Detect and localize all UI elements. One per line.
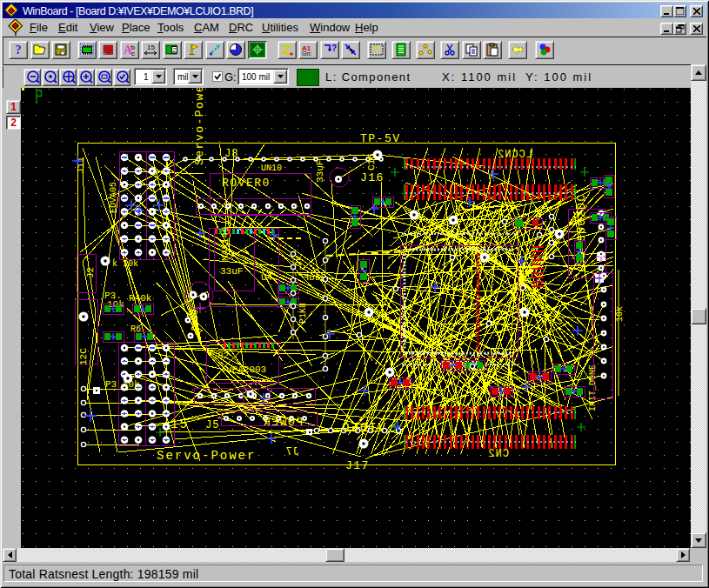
- svg-text:33uF: 33uF: [220, 266, 243, 277]
- svg-text:UN10: UN10: [261, 164, 282, 173]
- svg-text:c: c: [131, 50, 135, 57]
- svg-text:10k: 10k: [615, 306, 625, 322]
- svg-text:CN2: CN2: [487, 448, 509, 460]
- svg-text:15: 15: [147, 43, 155, 51]
- svg-text:?: ?: [331, 43, 337, 53]
- svg-text:J2: J2: [85, 267, 96, 278]
- svg-text:P3 10k: P3 10k: [105, 379, 140, 390]
- svg-text:P1K8: P1K8: [298, 303, 308, 324]
- svg-text:MAX149: MAX149: [220, 226, 231, 261]
- svg-text:J16: J16: [360, 171, 385, 184]
- svg-text:ROVER0: ROVER0: [222, 177, 271, 190]
- svg-text:U4: U4: [261, 272, 273, 283]
- svg-text:U5: U5: [444, 334, 456, 348]
- svg-text:Servo-Power: Servo-Power: [193, 88, 206, 165]
- svg-text:Gn:: Gn:: [302, 50, 311, 57]
- svg-text:Servo-Power: Servo-Power: [157, 449, 256, 463]
- svg-text:J5: J5: [205, 419, 219, 431]
- svg-text:R2: R2: [217, 351, 229, 361]
- svg-text:P3.: P3.: [104, 291, 122, 301]
- svg-text:J17: J17: [345, 459, 370, 472]
- svg-text:15: 15: [171, 418, 189, 431]
- svg-text:2: 2: [172, 46, 176, 54]
- svg-text:R40k: R40k: [129, 293, 152, 304]
- svg-text:R6: R6: [130, 324, 141, 334]
- svg-text:EDVA05: EDVA05: [109, 182, 118, 213]
- svg-text:33uF: 33uF: [315, 160, 325, 183]
- svg-text:33uF: 33uF: [304, 272, 326, 283]
- svg-text:POWER: POWER: [262, 416, 303, 429]
- svg-text:?: ?: [16, 43, 22, 57]
- svg-text:k 10k: k 10k: [112, 259, 138, 269]
- svg-text:?: ?: [373, 44, 379, 57]
- svg-text:12C: 12C: [78, 348, 89, 365]
- svg-text:TP-5V: TP-5V: [360, 132, 401, 145]
- svg-text:VIDEO: VIDEO: [340, 421, 385, 435]
- svg-text:ALT6: ALT6: [458, 299, 468, 322]
- svg-text:J7: J7: [285, 446, 299, 458]
- svg-text:uPA2003: uPA2003: [226, 364, 266, 375]
